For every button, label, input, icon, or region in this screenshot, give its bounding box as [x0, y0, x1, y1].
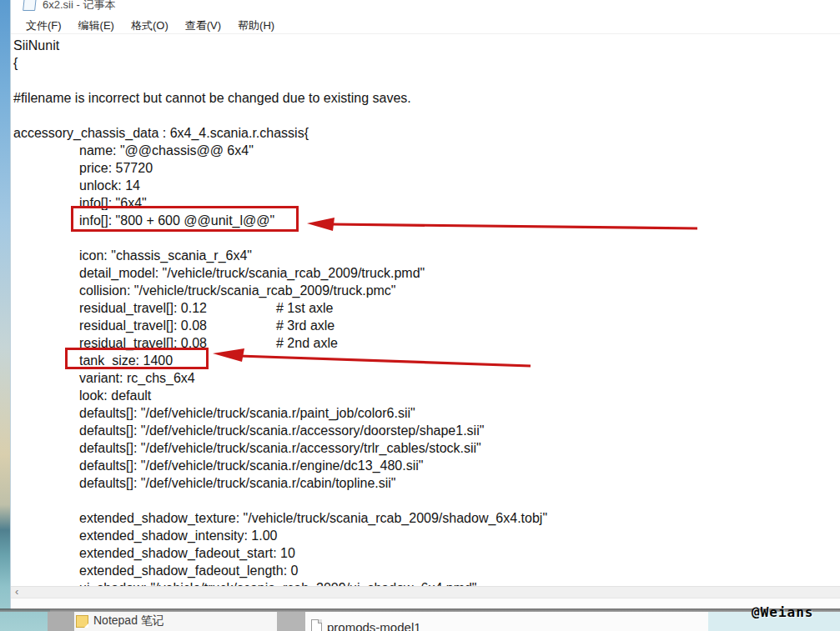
- editor-line-text: accessory_chassis_data : 6x4_4.scania.r.…: [13, 126, 309, 140]
- editor-line-comment: # 2nd axle: [276, 334, 338, 352]
- editor-line-text: SiiNunit: [13, 38, 59, 53]
- document-icon: [311, 619, 322, 631]
- editor-line-text: extended_shadow_texture: "/vehicle/truck…: [79, 511, 547, 525]
- horizontal-scrollbar[interactable]: ‹: [11, 586, 840, 598]
- editor-line: [11, 107, 840, 124]
- editor-line-text: defaults[]: "/def/vehicle/truck/scania.r…: [79, 423, 484, 438]
- editor-line: extended_shadow_fadeout_length: 0: [11, 562, 840, 579]
- editor-line: price: 57720: [11, 159, 840, 177]
- editor-line: defaults[]: "/def/vehicle/truck/scania.r…: [11, 457, 840, 474]
- menu-item-2[interactable]: 格式(O): [123, 16, 177, 33]
- editor-line: residual_travel[]: 0.08# 3rd axle: [11, 317, 840, 334]
- editor-line-text: {: [13, 56, 18, 70]
- editor-line: defaults[]: "/def/vehicle/truck/scania.r…: [11, 439, 840, 457]
- menu-bar: 文件(F)编辑(E)格式(O)查看(V)帮助(H): [11, 16, 840, 34]
- editor-line: [11, 229, 840, 247]
- editor-line: defaults[]: "/def/vehicle/truck/scania.r…: [11, 422, 840, 439]
- background-window-edge: [277, 612, 305, 631]
- file-list-window[interactable]: promods-model1: [305, 612, 708, 631]
- editor-line: icon: "chassis_scania_r_6x4": [11, 247, 840, 264]
- editor-line-text: look: default: [79, 388, 151, 403]
- notepad-app-icon: [23, 0, 37, 11]
- editor-line-text: residual_travel[]: 0.12: [79, 301, 207, 315]
- background-window-edge: [48, 612, 74, 631]
- menu-item-1[interactable]: 编辑(E): [70, 16, 123, 33]
- editor-line-text: defaults[]: "/def/vehicle/truck/scania.r…: [79, 476, 396, 490]
- editor-line-text: collision: "/vehicle/truck/scania_rcab_2…: [79, 283, 396, 298]
- editor-line: [11, 72, 840, 89]
- editor-line: unlock: 14: [11, 177, 840, 194]
- editor-line: collision: "/vehicle/truck/scania_rcab_2…: [11, 282, 840, 299]
- annotation-box-info-line: [71, 206, 299, 232]
- editor-line-text: #filename is incorrect but cannot be cha…: [13, 91, 411, 105]
- editor-line: #filename is incorrect but cannot be cha…: [11, 89, 840, 107]
- sticky-note-icon: [76, 615, 88, 628]
- editor-line-text: defaults[]: "/def/vehicle/truck/scania.r…: [79, 441, 481, 455]
- editor-line-text: icon: "chassis_scania_r_6x4": [79, 248, 252, 263]
- editor-line: [11, 492, 840, 509]
- watermark: @Weians: [752, 604, 813, 620]
- editor-line-comment: # 1st axle: [276, 299, 333, 317]
- status-strip: [11, 598, 840, 609]
- window-title: 6x2.sii - 记事本: [43, 0, 115, 13]
- editor-line: extended_shadow_fadeout_start: 10: [11, 544, 840, 562]
- editor-line: {: [11, 54, 840, 72]
- editor-line: ui_shadow: "/vehicle/truck/scania_rcab_2…: [11, 579, 840, 586]
- editor-line-text: name: "@@chassis@@ 6x4": [79, 143, 254, 158]
- editor-line: extended_shadow_intensity: 1.00: [11, 527, 840, 544]
- editor-line: extended_shadow_texture: "/vehicle/truck…: [11, 509, 840, 527]
- sticky-note-label: Notepad 笔记: [93, 613, 164, 628]
- editor-line-text: residual_travel[]: 0.08: [79, 318, 207, 333]
- editor-line-text: detail_model: "/vehicle/truck/scania_rca…: [79, 266, 425, 280]
- editor-line: accessory_chassis_data : 6x4_4.scania.r.…: [11, 124, 840, 142]
- editor-line-text: variant: rc_chs_6x4: [79, 371, 195, 385]
- scroll-left-arrow-icon[interactable]: ‹: [15, 586, 18, 598]
- annotation-box-tank-size: [65, 348, 209, 369]
- editor-line-text: defaults[]: "/def/vehicle/truck/scania.r…: [79, 458, 423, 473]
- editor-line: variant: rc_chs_6x4: [11, 369, 840, 387]
- menu-item-3[interactable]: 查看(V): [177, 16, 229, 33]
- menu-item-0[interactable]: 文件(F): [18, 16, 70, 33]
- editor-line-comment: # 3rd axle: [276, 317, 334, 334]
- text-editor-area[interactable]: SiiNunit{#filename is incorrect but cann…: [11, 34, 840, 586]
- sticky-notes-window[interactable]: Notepad 笔记: [74, 612, 277, 631]
- editor-line: defaults[]: "/def/vehicle/truck/scania.r…: [11, 474, 840, 492]
- editor-line-text: extended_shadow_intensity: 1.00: [79, 528, 278, 543]
- background-windows: Notepad 笔记 promods-model1: [0, 612, 840, 631]
- editor-line: name: "@@chassis@@ 6x4": [11, 142, 840, 159]
- editor-line-text: unlock: 14: [79, 178, 140, 193]
- editor-line: SiiNunit: [11, 37, 840, 54]
- file-name-label: promods-model1: [327, 620, 421, 631]
- editor-line: residual_travel[]: 0.12# 1st axle: [11, 299, 840, 317]
- editor-line-text: extended_shadow_fadeout_start: 10: [79, 546, 295, 560]
- editor-line: defaults[]: "/def/vehicle/truck/scania.r…: [11, 404, 840, 422]
- editor-line-text: price: 57720: [79, 161, 153, 175]
- editor-line: look: default: [11, 387, 840, 404]
- editor-line-text: defaults[]: "/def/vehicle/truck/scania.r…: [79, 406, 415, 420]
- editor-line: detail_model: "/vehicle/truck/scania_rca…: [11, 264, 840, 282]
- title-bar[interactable]: 6x2.sii - 记事本: [11, 0, 840, 16]
- notepad-window: 6x2.sii - 记事本 文件(F)编辑(E)格式(O)查看(V)帮助(H) …: [10, 0, 840, 609]
- editor-line-text: extended_shadow_fadeout_length: 0: [79, 563, 298, 578]
- menu-item-4[interactable]: 帮助(H): [229, 16, 283, 33]
